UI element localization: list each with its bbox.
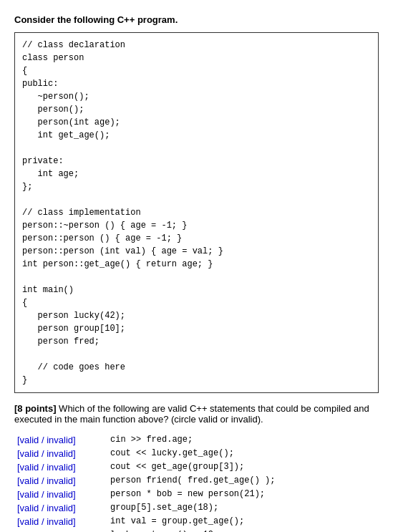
validity-label: [valid / invalid] xyxy=(14,515,107,528)
question-header: Consider the following C++ program. xyxy=(14,14,379,25)
statement-code: int val = group.get_age(); xyxy=(107,515,379,528)
points-label: [8 points] xyxy=(14,403,57,414)
validity-label: [valid / invalid] xyxy=(14,488,107,501)
validity-label: [valid / invalid] xyxy=(14,447,107,460)
statement-code: cout << lucky.get_age(); xyxy=(107,447,379,460)
validity-label: [valid / invalid] xyxy=(14,433,107,447)
table-row: [valid / invalid]cout << get_age(group[3… xyxy=(14,460,379,474)
statements-table: [valid / invalid]cin >> fred.age;[valid … xyxy=(14,433,379,532)
statement-code: group[5].set_age(18); xyxy=(107,501,379,515)
validity-label: [valid / invalid] xyxy=(14,501,107,515)
question-body: Which of the following are valid C++ sta… xyxy=(14,403,369,425)
validity-label: [valid / invalid] xyxy=(14,474,107,488)
table-row: [valid / invalid]group[5].set_age(18); xyxy=(14,501,379,515)
validity-label: [valid / invalid] xyxy=(14,528,107,532)
statement-code: person friend( fred.get_age() ); xyxy=(107,474,379,488)
table-row: [valid / invalid]person friend( fred.get… xyxy=(14,474,379,488)
table-row: [valid / invalid]cin >> fred.age; xyxy=(14,433,379,447)
table-row: [valid / invalid]cout << lucky.get_age()… xyxy=(14,447,379,460)
table-row: [valid / invalid]lucky.get_age() = 10; xyxy=(14,528,379,532)
code-block: // class declaration class person { publ… xyxy=(14,32,379,393)
validity-label: [valid / invalid] xyxy=(14,460,107,474)
table-row: [valid / invalid]int val = group.get_age… xyxy=(14,515,379,528)
statement-code: lucky.get_age() = 10; xyxy=(107,528,379,532)
statement-code: cin >> fred.age; xyxy=(107,433,379,447)
statement-code: cout << get_age(group[3]); xyxy=(107,460,379,474)
question-text: [8 points] Which of the following are va… xyxy=(14,403,379,425)
statement-code: person * bob = new person(21); xyxy=(107,488,379,501)
table-row: [valid / invalid]person * bob = new pers… xyxy=(14,488,379,501)
